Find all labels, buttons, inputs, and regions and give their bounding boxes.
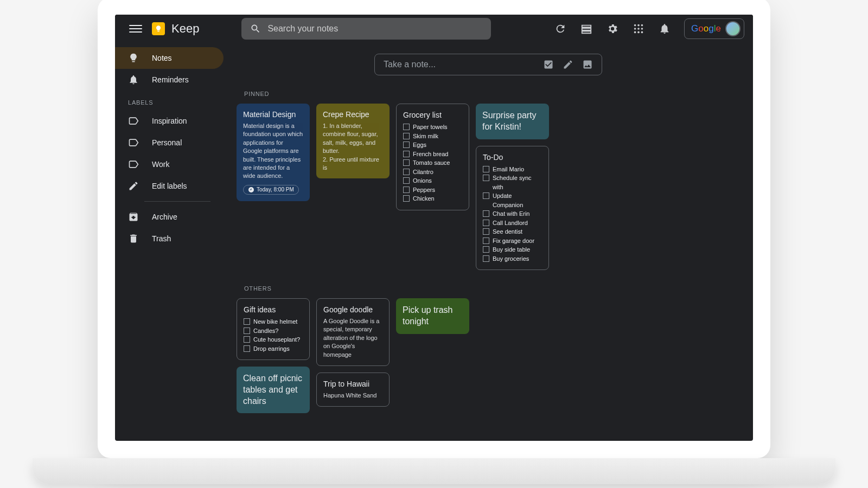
note-picnic[interactable]: Clean off picnic tables and get chairs	[237, 367, 310, 413]
checklist-item[interactable]: Drop earrings	[244, 344, 303, 354]
apps-grid-icon[interactable]	[628, 18, 649, 40]
checklist-item[interactable]: Cilantro	[403, 168, 462, 177]
checklist: Paper towelsSkim milkEggsFrench breadTom…	[403, 123, 462, 203]
clock-icon	[248, 187, 254, 193]
checklist-item[interactable]: French bread	[403, 150, 462, 159]
note-body: 1. In a blender, combine flour, sugar, s…	[323, 122, 383, 172]
lightbulb-icon	[128, 53, 139, 63]
sidebar-label: Reminders	[152, 75, 189, 84]
list-view-icon[interactable]	[576, 18, 597, 40]
note-grocery-list[interactable]: Grocery list Paper towelsSkim milkEggsFr…	[396, 104, 469, 210]
main-content: Take a note... Pinned Material Design Ma…	[224, 43, 753, 441]
note-pickup-trash[interactable]: Pick up trash tonight	[396, 298, 469, 334]
labels-header: Labels	[115, 91, 224, 110]
checklist-item[interactable]: Onions	[403, 176, 462, 185]
sidebar-label: Archive	[152, 213, 177, 221]
reminder-chip[interactable]: Today, 8:00 PM	[243, 185, 299, 195]
checklist-item[interactable]: Paper towels	[403, 123, 462, 132]
refresh-icon[interactable]	[550, 18, 571, 40]
checklist-item[interactable]: Fix garage door	[483, 236, 542, 246]
note-trip-hawaii[interactable]: Trip to Hawaii Hapuna White Sand	[316, 373, 390, 407]
new-list-icon[interactable]	[543, 59, 554, 70]
sidebar-item-reminders[interactable]: Reminders	[115, 69, 224, 91]
pencil-icon	[128, 181, 139, 191]
search-bar[interactable]	[241, 18, 491, 40]
checklist-item[interactable]: Schedule sync with	[483, 174, 542, 191]
svg-point-3	[634, 28, 636, 30]
search-icon	[250, 23, 261, 34]
pinned-header: Pinned	[244, 91, 740, 97]
sidebar-item-notes[interactable]: Notes	[115, 47, 224, 69]
checklist-item[interactable]: Chicken	[403, 194, 462, 203]
checklist-item[interactable]: Buy groceries	[483, 254, 542, 264]
note-body: Material design is a foundation upon whi…	[243, 122, 303, 181]
checklist-item[interactable]: Email Mario	[483, 165, 542, 174]
new-image-icon[interactable]	[582, 59, 593, 70]
sidebar-label: Edit labels	[152, 182, 187, 190]
divider	[144, 201, 210, 202]
svg-point-2	[641, 24, 643, 27]
note-surprise-party[interactable]: Surprise party for Kristin!	[476, 104, 549, 139]
note-material-design[interactable]: Material Design Material design is a fou…	[237, 104, 310, 201]
archive-icon	[128, 211, 139, 222]
sidebar-item-archive[interactable]: Archive	[115, 206, 224, 228]
search-input[interactable]	[267, 24, 482, 34]
svg-point-1	[637, 24, 640, 27]
note-todo[interactable]: To-Do Email MarioSchedule sync withUpdat…	[476, 146, 549, 271]
hamburger-menu-icon[interactable]	[124, 17, 148, 41]
checklist-item[interactable]: Chat with Erin	[483, 209, 542, 219]
note-crepe-recipe[interactable]: Crepe Recipe 1. In a blender, combine fl…	[316, 104, 390, 178]
checklist: Email MarioSchedule sync withUpdate Comp…	[483, 165, 542, 264]
note-title: Surprise party for Kristin!	[482, 110, 542, 133]
checklist-item[interactable]: Peppers	[403, 185, 462, 195]
note-body: A Google Doodle is a special, temporary …	[323, 317, 382, 359]
note-title: Crepe Recipe	[323, 110, 383, 119]
checklist-item[interactable]: See dentist	[483, 227, 542, 236]
svg-point-0	[634, 24, 636, 27]
bell-icon	[128, 74, 139, 85]
pinned-grid: Material Design Material design is a fou…	[237, 104, 740, 270]
note-title: To-Do	[483, 153, 542, 162]
sidebar-label: Personal	[152, 138, 182, 147]
google-logo-text: Google	[691, 23, 721, 34]
sidebar-item-trash[interactable]: Trash	[115, 228, 224, 249]
checklist-item[interactable]: Buy side table	[483, 245, 542, 254]
sidebar: Notes Reminders Labels Inspiration Perso…	[115, 43, 224, 441]
notifications-bell-icon[interactable]	[654, 18, 675, 40]
svg-point-4	[637, 28, 640, 30]
checklist-item[interactable]: Eggs	[403, 140, 462, 150]
sidebar-item-work[interactable]: Work	[115, 153, 224, 175]
checklist-item[interactable]: Cute houseplant?	[244, 335, 303, 344]
note-title: Pick up trash tonight	[403, 305, 463, 328]
note-title: Material Design	[243, 110, 303, 119]
sidebar-item-inspiration[interactable]: Inspiration	[115, 110, 224, 132]
svg-point-5	[641, 28, 643, 30]
sidebar-item-edit-labels[interactable]: Edit labels	[115, 175, 224, 197]
checklist-item[interactable]: Candles?	[244, 326, 303, 336]
others-grid: Gift ideas New bike helmetCandles?Cute h…	[237, 298, 740, 413]
checklist-item[interactable]: Call Landlord	[483, 219, 542, 228]
sidebar-label: Inspiration	[152, 117, 187, 125]
checklist-item[interactable]: Update Companion	[483, 191, 542, 209]
note-google-doodle[interactable]: Google doodle A Google Doodle is a speci…	[316, 298, 390, 366]
checklist: New bike helmetCandles?Cute houseplant?D…	[244, 317, 303, 353]
reminder-text: Today, 8:00 PM	[257, 187, 294, 192]
note-gift-ideas[interactable]: Gift ideas New bike helmetCandles?Cute h…	[237, 298, 310, 360]
svg-point-8	[641, 31, 643, 34]
note-title: Gift ideas	[244, 305, 303, 314]
note-title: Grocery list	[403, 111, 462, 119]
checklist-item[interactable]: New bike helmet	[244, 317, 303, 326]
sidebar-item-personal[interactable]: Personal	[115, 132, 224, 153]
sidebar-label: Trash	[152, 234, 171, 243]
label-icon	[128, 137, 139, 148]
settings-gear-icon[interactable]	[602, 18, 623, 40]
note-body: Hapuna White Sand	[323, 391, 382, 400]
checklist-item[interactable]: Skim milk	[403, 132, 462, 141]
take-note-bar[interactable]: Take a note...	[374, 54, 602, 75]
app-title: Keep	[171, 22, 199, 36]
new-drawing-icon[interactable]	[563, 59, 573, 70]
others-header: Others	[244, 285, 740, 292]
checklist-item[interactable]: Tomato sauce	[403, 158, 462, 168]
profile-avatar[interactable]	[725, 21, 741, 36]
google-account[interactable]: Google	[684, 18, 744, 39]
